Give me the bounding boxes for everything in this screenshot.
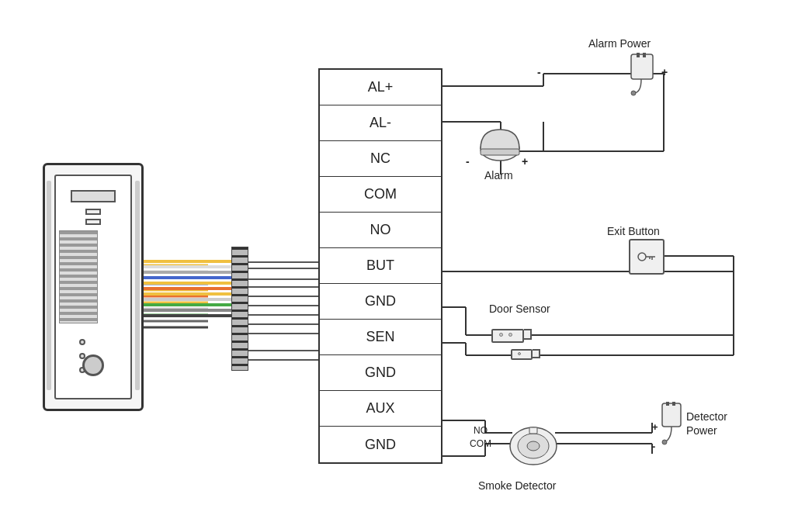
door-sensor-tab2 (533, 349, 540, 358)
panel-rail-left (47, 181, 51, 390)
alarm-power-minus: - (537, 66, 541, 78)
detector-power-minus: - (652, 441, 655, 452)
detector-power-label: DetectorPower (686, 410, 727, 437)
terminal-row-gnd3: GND (320, 427, 441, 462)
smoke-detector-device (508, 424, 559, 467)
svg-rect-70 (662, 403, 681, 427)
svg-point-62 (638, 253, 646, 261)
wire-connector (231, 247, 248, 371)
terminal-row-aux: AUX (320, 391, 441, 427)
alarm-plus: + (522, 155, 528, 168)
diagram-container: AL+ AL- NC COM NO BUT GND SEN GND AUX GN… (0, 0, 812, 529)
terminal-row-no: NO (320, 213, 441, 248)
panel-connectors (59, 230, 98, 323)
door-sensor-body2 (511, 349, 533, 360)
exit-button-device (629, 239, 665, 275)
alarm-power-plus: + (661, 66, 668, 78)
svg-rect-73 (672, 402, 675, 406)
svg-rect-58 (637, 53, 640, 57)
svg-rect-72 (666, 402, 669, 406)
terminal-row-com: COM (320, 177, 441, 213)
terminal-block: AL+ AL- NC COM NO BUT GND SEN GND AUX GN… (318, 68, 442, 464)
door-sensor-label: Door Sensor (489, 303, 550, 315)
panel-dot1 (79, 339, 85, 345)
terminal-row-gnd1: GND (320, 284, 441, 320)
svg-point-57 (631, 91, 636, 95)
panel-inner (54, 175, 132, 399)
no-label: NO (474, 425, 488, 436)
terminal-row-al-plus: AL+ (320, 70, 441, 105)
svg-point-71 (662, 440, 667, 444)
device-panel (43, 163, 144, 411)
door-sensor-tab1 (524, 329, 532, 340)
exit-button-label: Exit Button (607, 225, 660, 237)
svg-point-68 (527, 441, 540, 451)
svg-rect-61 (481, 149, 519, 155)
terminal-row-sen: SEN (320, 320, 441, 355)
alarm-power-device (627, 53, 662, 98)
panel-rail-right (135, 181, 140, 390)
panel-lens (82, 354, 104, 376)
panel-tab2 (85, 219, 101, 225)
smoke-detector-label: Smoke Detector (478, 479, 556, 492)
svg-rect-59 (643, 53, 646, 57)
panel-tab1 (85, 209, 101, 215)
alarm-power-label: Alarm Power (588, 37, 651, 50)
svg-rect-56 (631, 54, 653, 79)
alarm-label: Alarm (484, 169, 513, 182)
terminal-row-al-minus: AL- (320, 105, 441, 141)
door-sensor-body1 (491, 329, 524, 343)
terminal-row-gnd2: GND (320, 355, 441, 391)
terminal-row-but: BUT (320, 248, 441, 284)
panel-display (71, 190, 116, 202)
detector-power-device (658, 402, 688, 450)
com-label-smoke: COM (470, 438, 491, 449)
wire-bundle (144, 260, 231, 375)
detector-power-plus: + (652, 421, 658, 433)
alarm-minus: - (466, 155, 470, 168)
alarm-device (479, 126, 521, 161)
terminal-row-nc: NC (320, 141, 441, 177)
svg-rect-69 (529, 427, 537, 434)
